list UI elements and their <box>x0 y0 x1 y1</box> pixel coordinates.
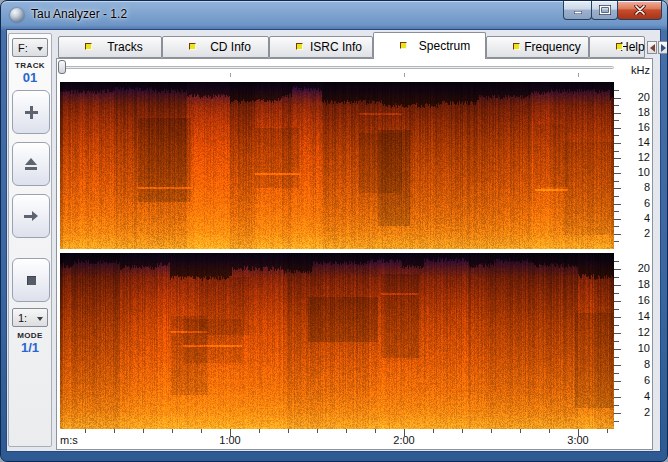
tab-isrc-info[interactable]: ISRC Info <box>269 36 373 58</box>
led-indicator-icon <box>85 43 92 50</box>
eject-button[interactable] <box>12 142 50 186</box>
axis-tick <box>614 269 621 270</box>
time-axis-label: 3:00 <box>558 434 598 446</box>
track-number: 01 <box>9 70 51 85</box>
axis-tick <box>614 219 621 220</box>
position-slider-track[interactable] <box>60 66 614 69</box>
axis-tick <box>317 429 318 433</box>
axis-tick <box>520 429 521 433</box>
axis-tick <box>614 381 621 382</box>
freq-tick-label: 8 <box>624 358 650 370</box>
spectrogram-channel-2 <box>60 253 614 429</box>
drive-select[interactable]: F: <box>12 38 48 57</box>
stop-button[interactable] <box>12 258 50 302</box>
axis-tick <box>143 429 144 433</box>
track-label: TRACK <box>9 61 51 70</box>
freq-tick-label: 20 <box>624 91 650 103</box>
freq-tick-label: 8 <box>624 181 650 193</box>
axis-tick <box>172 429 173 433</box>
minimize-button[interactable] <box>563 1 592 20</box>
axis-tick <box>614 211 619 212</box>
freq-tick-label: 4 <box>624 212 650 224</box>
axis-tick <box>462 429 463 433</box>
arrow-right-icon <box>661 44 666 52</box>
axis-tick <box>614 105 619 106</box>
freq-tick-label: 14 <box>624 310 650 322</box>
client-area: F: TRACK 01 1: MODE 1/1 <box>6 29 661 452</box>
axis-tick <box>614 158 621 159</box>
tab-help[interactable]: Help <box>589 36 645 58</box>
freq-tick-label: 14 <box>624 136 650 148</box>
freq-tick-label: 16 <box>624 294 650 306</box>
axis-tick <box>614 181 619 182</box>
axis-tick <box>614 226 619 227</box>
position-slider-thumb[interactable] <box>58 60 66 74</box>
time-axis-label: 1:00 <box>210 434 250 446</box>
tab-spectrum[interactable]: Spectrum <box>373 32 486 59</box>
axis-tick <box>614 325 619 326</box>
freq-tick-label: 2 <box>624 406 650 418</box>
freq-tick-label: 4 <box>624 390 650 402</box>
axis-tick <box>259 429 260 433</box>
axis-tick <box>614 128 621 129</box>
axis-tick <box>614 143 621 144</box>
slider-tick <box>404 73 405 77</box>
app-icon <box>10 8 24 22</box>
axis-tick <box>201 429 202 433</box>
axis-tick <box>614 365 621 366</box>
axis-tick <box>614 196 619 197</box>
tab-scroll-left-button[interactable] <box>647 41 657 54</box>
axis-tick <box>114 429 115 433</box>
chevron-down-icon <box>37 47 43 51</box>
mode-value: 1/1 <box>9 340 51 355</box>
close-button[interactable] <box>617 1 662 20</box>
add-button[interactable] <box>12 90 50 134</box>
drive-select-value: F: <box>18 42 28 54</box>
axis-tick <box>375 429 376 433</box>
freq-tick-label: 10 <box>624 166 650 178</box>
tab-scroll-right-button[interactable] <box>658 41 668 54</box>
axis-tick <box>614 333 621 334</box>
freq-axis-unit: kHz <box>624 64 650 76</box>
axis-tick <box>614 277 619 278</box>
tab-cd-info[interactable]: CD Info <box>162 36 269 58</box>
time-axis-label: 2:00 <box>384 434 424 446</box>
axis-tick <box>614 90 619 91</box>
freq-tick-label: 2 <box>624 227 650 239</box>
freq-tick-label: 18 <box>624 106 650 118</box>
axis-tick <box>614 413 621 414</box>
axis-tick <box>607 429 608 433</box>
titlebar[interactable]: Tau Analyzer - 1.2 <box>1 1 667 29</box>
axis-tick <box>614 397 621 398</box>
arrow-left-icon <box>650 44 655 52</box>
minimize-icon <box>572 6 584 15</box>
axis-tick <box>491 429 492 433</box>
axis-tick <box>614 349 621 350</box>
freq-tick-label: 6 <box>624 197 650 209</box>
tab-frequency[interactable]: Frequency <box>486 36 589 58</box>
spectrogram-channel-1 <box>60 82 614 249</box>
freq-tick-label: 10 <box>624 342 650 354</box>
axis-tick <box>614 173 621 174</box>
maximize-button[interactable] <box>591 1 618 20</box>
mode-select[interactable]: 1: <box>12 308 48 327</box>
app-window: Tau Analyzer - 1.2 <box>0 0 668 462</box>
axis-tick <box>614 234 621 235</box>
sidebar: F: TRACK 01 1: MODE 1/1 <box>8 33 52 447</box>
slider-tick <box>230 73 231 77</box>
led-indicator-icon <box>616 43 623 50</box>
led-indicator-icon <box>513 43 520 50</box>
next-button[interactable] <box>12 194 50 238</box>
tab-tracks[interactable]: Tracks <box>58 36 162 58</box>
mode-select-value: 1: <box>18 312 27 324</box>
axis-tick <box>614 204 621 205</box>
freq-tick-label: 12 <box>624 151 650 163</box>
spectrum-panel: kHz 24681012141618202468101214161820 m:s… <box>56 58 653 450</box>
axis-tick <box>549 429 550 433</box>
chevron-down-icon <box>37 317 43 321</box>
slider-tick <box>578 73 579 77</box>
axis-tick <box>614 151 619 152</box>
freq-tick-label: 20 <box>624 262 650 274</box>
axis-tick <box>288 429 289 433</box>
axis-tick <box>614 120 619 121</box>
